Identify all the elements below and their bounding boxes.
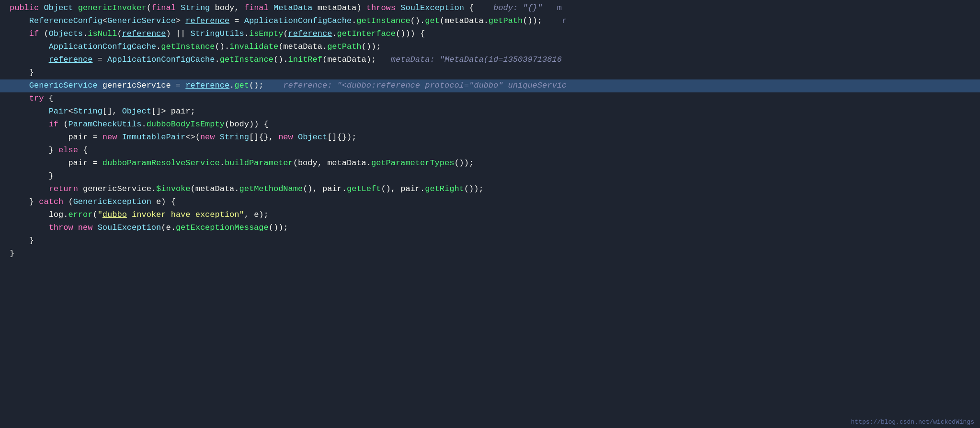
code-line: GenericService genericService = referenc…: [0, 79, 980, 92]
code-line: Pair<String[], Object[]> pair;: [0, 105, 980, 118]
code-line: }: [0, 67, 980, 79]
code-line: reference = ApplicationConfigCache.getIn…: [0, 54, 980, 67]
code-line: log.error("dubbo invoker have exception"…: [0, 209, 980, 222]
code-line: }: [0, 170, 980, 183]
code-line: return genericService.$invoke(metaData.g…: [0, 183, 980, 196]
code-line: ApplicationConfigCache.getInstance().inv…: [0, 41, 980, 54]
code-line: if (Objects.isNull(reference) || StringU…: [0, 28, 980, 41]
code-line: throw new SoulException(e.getExceptionMe…: [0, 222, 980, 235]
code-line: } else {: [0, 144, 980, 157]
code-line: public Object genericInvoker(final Strin…: [0, 2, 980, 15]
code-line: try {: [0, 92, 980, 105]
code-line: } catch (GenericException e) {: [0, 196, 980, 209]
code-editor: public Object genericInvoker(final Strin…: [0, 0, 980, 428]
code-line: pair = dubboParamResolveService.buildPar…: [0, 157, 980, 170]
code-line: }: [0, 248, 980, 260]
code-line: if (ParamCheckUtils.dubboBodyIsEmpty(bod…: [0, 118, 980, 131]
footer-url: https://blog.csdn.net/wickedWings: [845, 417, 980, 428]
code-line: }: [0, 235, 980, 248]
code-line: ReferenceConfig<GenericService> referenc…: [0, 15, 980, 28]
code-line: pair = new ImmutablePair<>(new String[]{…: [0, 131, 980, 144]
